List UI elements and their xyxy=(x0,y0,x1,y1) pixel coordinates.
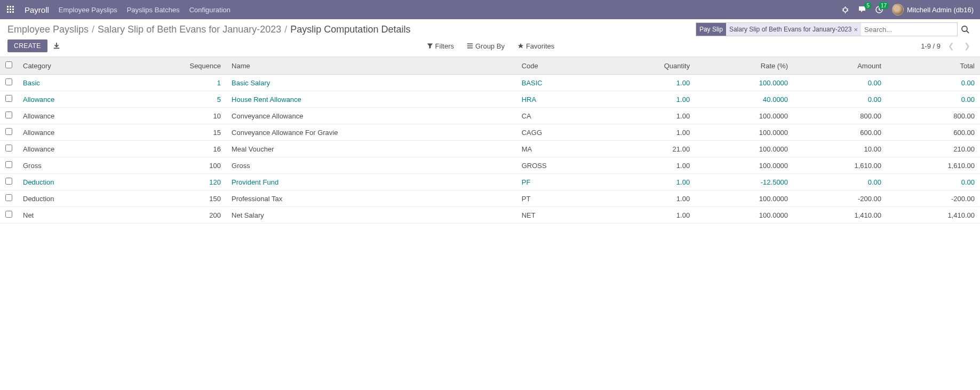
cell-quantity[interactable]: 1.00 xyxy=(605,124,696,141)
breadcrumb-item-0[interactable]: Employee Payslips xyxy=(7,24,89,35)
cell-name[interactable]: Provident Fund xyxy=(226,174,516,190)
search-box[interactable]: Pay Slip Salary Slip of Beth Evans for J… xyxy=(696,22,958,36)
cell-category[interactable]: Allowance xyxy=(18,108,122,124)
col-amount[interactable]: Amount xyxy=(793,57,887,75)
cell-sequence[interactable]: 15 xyxy=(122,124,226,141)
cell-code[interactable]: PF xyxy=(516,174,605,190)
user-menu[interactable]: Mitchell Admin (db16) xyxy=(892,4,974,15)
cell-sequence[interactable]: 150 xyxy=(122,190,226,207)
cell-name[interactable]: Conveyance Allowance For Gravie xyxy=(226,124,516,141)
select-all-checkbox[interactable] xyxy=(5,61,12,68)
breadcrumb-item-1[interactable]: Salary Slip of Beth Evans for January-20… xyxy=(98,24,281,35)
table-row[interactable]: Allowance16Meal VoucherMA21.00100.000010… xyxy=(0,141,980,157)
cell-rate[interactable]: 100.0000 xyxy=(695,124,793,141)
create-button[interactable]: CREATE xyxy=(7,39,47,52)
cell-code[interactable]: CA xyxy=(516,108,605,124)
cell-total[interactable]: 210.00 xyxy=(887,141,980,157)
cell-category[interactable]: Net xyxy=(18,207,122,224)
cell-rate[interactable]: 100.0000 xyxy=(695,207,793,224)
col-code[interactable]: Code xyxy=(516,57,605,75)
cell-total[interactable]: -200.00 xyxy=(887,190,980,207)
cell-amount[interactable]: 800.00 xyxy=(793,108,887,124)
cell-quantity[interactable]: 1.00 xyxy=(605,108,696,124)
cell-rate[interactable]: 100.0000 xyxy=(695,75,793,91)
nav-link-payslips-batches[interactable]: Payslips Batches xyxy=(127,6,180,14)
cell-name[interactable]: House Rent Allowance xyxy=(226,91,516,108)
cell-category[interactable]: Allowance xyxy=(18,141,122,157)
nav-link-configuration[interactable]: Configuration xyxy=(189,6,230,14)
cell-quantity[interactable]: 1.00 xyxy=(605,91,696,108)
cell-amount[interactable]: 1,410.00 xyxy=(793,207,887,224)
cell-quantity[interactable]: 1.00 xyxy=(605,190,696,207)
row-checkbox[interactable] xyxy=(5,178,12,185)
search-icon[interactable] xyxy=(958,25,973,34)
cell-rate[interactable]: 100.0000 xyxy=(695,141,793,157)
cell-name[interactable]: Professional Tax xyxy=(226,190,516,207)
messages-icon[interactable]: 5 xyxy=(858,5,866,14)
groupby-button[interactable]: Group By xyxy=(467,42,505,50)
table-row[interactable]: Deduction120Provident FundPF1.00-12.5000… xyxy=(0,174,980,190)
col-rate[interactable]: Rate (%) xyxy=(695,57,793,75)
table-row[interactable]: Allowance5House Rent AllowanceHRA1.0040.… xyxy=(0,91,980,108)
col-name[interactable]: Name xyxy=(226,57,516,75)
col-sequence[interactable]: Sequence xyxy=(122,57,226,75)
cell-name[interactable]: Gross xyxy=(226,157,516,174)
cell-total[interactable]: 0.00 xyxy=(887,174,980,190)
row-checkbox[interactable] xyxy=(5,161,12,168)
cell-total[interactable]: 1,610.00 xyxy=(887,157,980,174)
cell-amount[interactable]: 10.00 xyxy=(793,141,887,157)
pager-prev-icon[interactable]: ❮ xyxy=(946,42,957,50)
cell-category[interactable]: Deduction xyxy=(18,174,122,190)
cell-name[interactable]: Conveyance Allowance xyxy=(226,108,516,124)
row-checkbox[interactable] xyxy=(5,95,12,102)
debug-icon[interactable] xyxy=(841,6,849,14)
cell-amount[interactable]: 600.00 xyxy=(793,124,887,141)
cell-category[interactable]: Allowance xyxy=(18,124,122,141)
cell-total[interactable]: 1,410.00 xyxy=(887,207,980,224)
nav-link-employee-payslips[interactable]: Employee Payslips xyxy=(59,6,117,14)
cell-name[interactable]: Meal Voucher xyxy=(226,141,516,157)
row-checkbox[interactable] xyxy=(5,145,12,152)
cell-code[interactable]: MA xyxy=(516,141,605,157)
pager-next-icon[interactable]: ❯ xyxy=(962,42,973,50)
col-quantity[interactable]: Quantity xyxy=(605,57,696,75)
favorites-button[interactable]: Favorites xyxy=(517,42,554,50)
cell-code[interactable]: NET xyxy=(516,207,605,224)
cell-quantity[interactable]: 1.00 xyxy=(605,174,696,190)
cell-code[interactable]: GROSS xyxy=(516,157,605,174)
cell-total[interactable]: 0.00 xyxy=(887,75,980,91)
cell-amount[interactable]: 0.00 xyxy=(793,75,887,91)
cell-quantity[interactable]: 1.00 xyxy=(605,75,696,91)
cell-amount[interactable]: 0.00 xyxy=(793,91,887,108)
table-row[interactable]: Deduction150Professional TaxPT1.00100.00… xyxy=(0,190,980,207)
cell-amount[interactable]: -200.00 xyxy=(793,190,887,207)
cell-quantity[interactable]: 1.00 xyxy=(605,207,696,224)
facet-remove-icon[interactable]: × xyxy=(854,26,858,34)
row-checkbox[interactable] xyxy=(5,211,12,218)
table-row[interactable]: Allowance15Conveyance Allowance For Grav… xyxy=(0,124,980,141)
cell-category[interactable]: Gross xyxy=(18,157,122,174)
row-checkbox[interactable] xyxy=(5,194,12,201)
cell-sequence[interactable]: 200 xyxy=(122,207,226,224)
cell-category[interactable]: Allowance xyxy=(18,91,122,108)
cell-rate[interactable]: 100.0000 xyxy=(695,108,793,124)
nav-brand[interactable]: Payroll xyxy=(25,5,49,14)
cell-rate[interactable]: 100.0000 xyxy=(695,157,793,174)
col-category[interactable]: Category xyxy=(18,57,122,75)
cell-quantity[interactable]: 21.00 xyxy=(605,141,696,157)
apps-icon[interactable] xyxy=(6,5,15,14)
row-checkbox[interactable] xyxy=(5,112,12,118)
cell-total[interactable]: 800.00 xyxy=(887,108,980,124)
cell-code[interactable]: PT xyxy=(516,190,605,207)
cell-quantity[interactable]: 1.00 xyxy=(605,157,696,174)
filters-button[interactable]: Filters xyxy=(427,42,454,50)
cell-code[interactable]: BASIC xyxy=(516,75,605,91)
table-row[interactable]: Gross100GrossGROSS1.00100.00001,610.001,… xyxy=(0,157,980,174)
cell-sequence[interactable]: 120 xyxy=(122,174,226,190)
cell-rate[interactable]: -12.5000 xyxy=(695,174,793,190)
cell-category[interactable]: Deduction xyxy=(18,190,122,207)
table-row[interactable]: Basic1Basic SalaryBASIC1.00100.00000.000… xyxy=(0,75,980,91)
cell-total[interactable]: 0.00 xyxy=(887,91,980,108)
activities-icon[interactable]: 17 xyxy=(875,5,883,14)
cell-code[interactable]: HRA xyxy=(516,91,605,108)
